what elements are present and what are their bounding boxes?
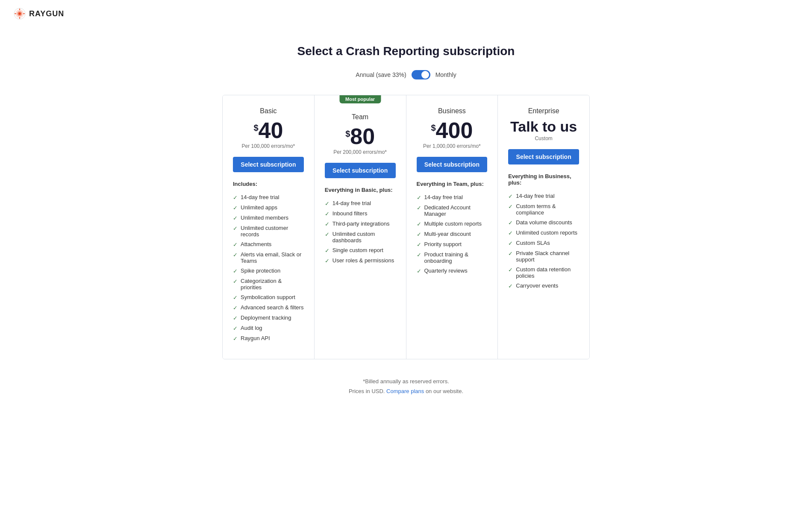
compare-plans-link[interactable]: Compare plans <box>386 388 424 394</box>
header: RAYGUN <box>0 0 812 27</box>
svg-point-3 <box>18 12 21 15</box>
plan-name-enterprise: Enterprise <box>508 107 579 115</box>
plans-grid: Basic $40 Per 100,000 errors/mo* Select … <box>222 95 590 359</box>
check-icon: ✓ <box>508 283 513 289</box>
list-item: ✓14-day free trial <box>233 192 304 203</box>
check-icon: ✓ <box>508 250 513 257</box>
list-item: ✓Quarterly reviews <box>417 266 488 276</box>
list-item: ✓Raygun API <box>233 333 304 344</box>
feature-list-team: ✓14-day free trial ✓Inbound filters ✓Thi… <box>325 198 396 266</box>
check-icon: ✓ <box>417 268 421 274</box>
plan-card-basic: Basic $40 Per 100,000 errors/mo* Select … <box>223 95 315 359</box>
list-item: ✓Categorization & priorities <box>233 276 304 292</box>
list-item: ✓14-day free trial <box>325 198 396 209</box>
list-item: ✓Carryover events <box>508 281 579 291</box>
select-btn-enterprise[interactable]: Select subscription <box>508 149 579 164</box>
plan-card-enterprise: Enterprise Talk to us Custom Select subs… <box>498 95 589 359</box>
monthly-label: Monthly <box>435 71 456 78</box>
feature-list-basic: ✓14-day free trial ✓Unlimited apps ✓Unli… <box>233 192 304 344</box>
plan-price-enterprise: Talk to us <box>508 119 579 134</box>
check-icon: ✓ <box>233 194 238 201</box>
list-item: ✓Priority support <box>417 239 488 250</box>
page-title: Select a Crash Reporting subscription <box>297 44 515 58</box>
list-item: ✓User roles & permissions <box>325 256 396 266</box>
currency-business: $ <box>431 123 435 132</box>
list-item: ✓14-day free trial <box>417 192 488 203</box>
logo-text: RAYGUN <box>29 9 64 18</box>
check-icon: ✓ <box>417 205 421 211</box>
check-icon: ✓ <box>417 194 421 201</box>
check-icon: ✓ <box>325 221 330 227</box>
plan-period-basic: Per 100,000 errors/mo* <box>233 143 304 149</box>
toggle-thumb <box>421 71 429 79</box>
check-icon: ✓ <box>233 225 238 232</box>
select-btn-business[interactable]: Select subscription <box>417 157 488 172</box>
list-item: ✓Advanced search & filters <box>233 303 304 313</box>
amount-team: 80 <box>350 124 375 149</box>
includes-label-business: Everything in Team, plus: <box>417 181 488 187</box>
check-icon: ✓ <box>508 193 513 200</box>
most-popular-badge: Most popular <box>339 95 381 103</box>
list-item: ✓Deployment tracking <box>233 313 304 323</box>
list-item: ✓Audit log <box>233 323 304 333</box>
list-item: ✓Product training & onboarding <box>417 250 488 266</box>
check-icon: ✓ <box>233 335 238 342</box>
check-icon: ✓ <box>508 240 513 247</box>
plan-period-enterprise: Custom <box>508 135 579 141</box>
footer-suffix: on our website. <box>426 388 463 394</box>
select-btn-team[interactable]: Select subscription <box>325 163 396 178</box>
check-icon: ✓ <box>233 252 238 258</box>
list-item: ✓Unlimited custom reports <box>508 228 579 238</box>
currency-basic: $ <box>253 123 258 132</box>
check-icon: ✓ <box>233 305 238 311</box>
amount-business: 400 <box>436 118 473 143</box>
plan-card-business: Business $400 Per 1,000,000 errors/mo* S… <box>406 95 498 359</box>
list-item: ✓Custom terms & compliance <box>508 201 579 217</box>
check-icon: ✓ <box>233 205 238 211</box>
list-item: ✓Multi-year discount <box>417 229 488 239</box>
feature-list-enterprise: ✓14-day free trial ✓Custom terms & compl… <box>508 191 579 291</box>
check-icon: ✓ <box>508 230 513 236</box>
list-item: ✓Unlimited custom dashboards <box>325 229 396 245</box>
includes-label-team: Everything in Basic, plus: <box>325 187 396 193</box>
check-icon: ✓ <box>325 258 330 264</box>
plan-name-team: Team <box>325 113 396 121</box>
includes-label-enterprise: Everything in Business, plus: <box>508 173 579 186</box>
check-icon: ✓ <box>325 211 330 217</box>
billing-toggle: Annual (save 33%) Monthly <box>356 70 456 79</box>
list-item: ✓Custom data retention policies <box>508 264 579 281</box>
list-item: ✓Unlimited members <box>233 213 304 223</box>
plan-name-business: Business <box>417 107 488 115</box>
list-item: ✓Dedicated Account Manager <box>417 203 488 219</box>
plan-price-business: $400 <box>417 119 488 141</box>
includes-label-basic: Includes: <box>233 181 304 187</box>
check-icon: ✓ <box>508 220 513 226</box>
check-icon: ✓ <box>508 203 513 210</box>
check-icon: ✓ <box>233 315 238 321</box>
list-item: ✓Unlimited customer records <box>233 223 304 239</box>
plan-name-basic: Basic <box>233 107 304 115</box>
check-icon: ✓ <box>325 200 330 207</box>
select-btn-basic[interactable]: Select subscription <box>233 157 304 172</box>
footer-billed-note: *Billed annually as reserved errors. <box>349 376 463 386</box>
plan-price-basic: $40 <box>233 119 304 141</box>
check-icon: ✓ <box>233 241 238 248</box>
check-icon: ✓ <box>417 252 421 258</box>
footer-prices-note: Prices in USD. Compare plans on our webs… <box>349 386 463 396</box>
check-icon: ✓ <box>233 215 238 221</box>
footer-note: *Billed annually as reserved errors. Pri… <box>349 376 463 397</box>
check-icon: ✓ <box>325 247 330 254</box>
list-item: ✓Data volume discounts <box>508 217 579 228</box>
check-icon: ✓ <box>233 278 238 285</box>
plan-price-team: $80 <box>325 125 396 147</box>
list-item: ✓14-day free trial <box>508 191 579 201</box>
list-item: ✓Alerts via email, Slack or Teams <box>233 250 304 266</box>
check-icon: ✓ <box>325 231 330 238</box>
amount-enterprise: Talk to us <box>510 118 577 135</box>
check-icon: ✓ <box>417 241 421 248</box>
plan-period-team: Per 200,000 errors/mo* <box>325 149 396 155</box>
annual-label: Annual (save 33%) <box>356 71 406 78</box>
billing-toggle-switch[interactable] <box>412 70 430 79</box>
check-icon: ✓ <box>417 231 421 238</box>
check-icon: ✓ <box>417 221 421 227</box>
